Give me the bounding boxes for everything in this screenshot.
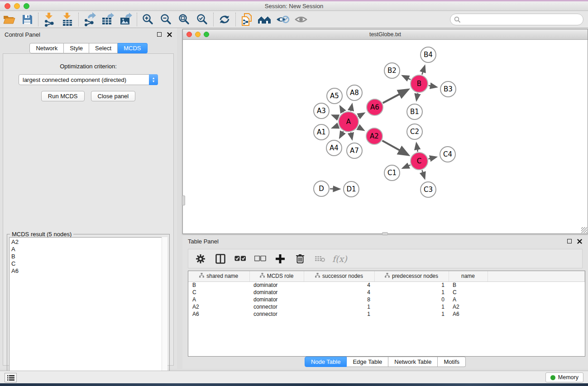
graph-node-B3[interactable]: B3 — [440, 81, 456, 97]
hide-selected-eye-icon[interactable] — [274, 12, 292, 27]
zoom-selected-icon[interactable] — [193, 12, 211, 27]
graph-node-A4[interactable]: A4 — [326, 140, 342, 156]
table-row[interactable]: A2connector11A2 — [188, 303, 585, 310]
table-row[interactable]: Cdominator41C — [188, 289, 585, 296]
graph-node-C1[interactable]: C1 — [384, 165, 400, 181]
export-image-icon[interactable] — [117, 12, 135, 27]
graph-node-A8[interactable]: A8 — [346, 85, 363, 101]
tab-node-table[interactable]: Node Table — [305, 357, 347, 367]
tab-select[interactable]: Select — [89, 43, 118, 53]
column-header-name[interactable]: name — [449, 271, 488, 281]
graph-edge-B-B1[interactable] — [416, 93, 418, 100]
tab-edge-table[interactable]: Edge Table — [347, 357, 388, 367]
graph-node-A5[interactable]: A5 — [326, 88, 343, 104]
task-history-button[interactable] — [5, 373, 17, 382]
tab-style[interactable]: Style — [64, 43, 89, 53]
create-column-plus-icon[interactable] — [272, 251, 288, 267]
graph-node-A7[interactable]: A7 — [346, 143, 363, 159]
graph-node-A1[interactable]: A1 — [313, 124, 330, 140]
graph-edge-A-A4[interactable] — [340, 131, 344, 138]
result-item[interactable]: A — [11, 246, 167, 253]
tab-network-table[interactable]: Network Table — [388, 357, 438, 367]
graph-edge-A-A1[interactable] — [332, 126, 338, 128]
float-panel-icon[interactable] — [156, 31, 163, 38]
panel-grab-handle-bottom[interactable] — [382, 232, 388, 235]
graph-edge-C-C1[interactable] — [403, 165, 411, 168]
graph-node-A6[interactable]: A6 — [366, 99, 383, 116]
graph-node-C3[interactable]: C3 — [420, 181, 436, 198]
export-network-icon[interactable] — [81, 12, 99, 27]
table-row[interactable]: Adominator80A — [188, 296, 585, 303]
table-settings-gear-icon[interactable] — [193, 251, 208, 267]
network-canvas[interactable]: A5A8A3A1A4A7B2B4B3B1C2C4C1C3DD1A6A2BCA — [183, 40, 588, 234]
import-table-icon[interactable] — [58, 12, 76, 27]
optimization-criterion-dropdown[interactable]: largest connected component (directed) ▲… — [19, 74, 158, 85]
graph-node-B2[interactable]: B2 — [384, 62, 400, 79]
graph-edge-A2-C[interactable] — [382, 141, 408, 155]
graph-edge-A-A5[interactable] — [340, 106, 343, 112]
graph-edge-B-B4[interactable] — [422, 66, 425, 75]
graph-node-A2[interactable]: A2 — [366, 128, 383, 145]
graph-edge-A-A6[interactable] — [358, 113, 364, 116]
duplicate-network-icon[interactable] — [238, 12, 256, 27]
panel-grab-handle-left[interactable] — [182, 195, 185, 205]
close-panel-icon[interactable] — [166, 31, 172, 38]
zoom-out-icon[interactable] — [157, 12, 175, 27]
graph-node-D1[interactable]: D1 — [343, 181, 359, 197]
graph-edge-C-C3[interactable] — [422, 170, 425, 178]
graph-edge-C-C2[interactable] — [416, 143, 418, 152]
graph-node-A[interactable]: A — [338, 111, 359, 132]
graph-edge-C-C4[interactable] — [428, 157, 436, 159]
column-header-predecessor-nodes[interactable]: predecessor nodes — [374, 271, 449, 281]
run-mcds-button[interactable]: Run MCDS — [41, 91, 85, 101]
show-column-icon[interactable] — [213, 251, 228, 267]
first-neighbors-icon[interactable] — [215, 12, 234, 27]
result-item[interactable]: A6 — [11, 267, 167, 275]
graph-node-C2[interactable]: C2 — [406, 124, 423, 140]
window-resize-grip[interactable] — [581, 227, 587, 233]
network-window-titlebar[interactable]: testGlobe.txt — [183, 29, 588, 40]
float-table-panel-icon[interactable] — [566, 238, 573, 244]
column-header-successor-nodes[interactable]: successor nodes — [304, 271, 374, 281]
graph-edge-A-A2[interactable] — [358, 127, 364, 130]
column-header-shared-name[interactable]: shared name — [188, 271, 249, 281]
close-panel-button[interactable]: Close panel — [91, 91, 136, 101]
graph-node-C4[interactable]: C4 — [440, 146, 456, 162]
show-all-eye-icon[interactable] — [292, 12, 310, 27]
open-file-icon[interactable] — [0, 12, 18, 27]
search-box[interactable] — [450, 14, 583, 25]
graph-node-D[interactable]: D — [313, 181, 330, 197]
tab-motifs[interactable]: Motifs — [438, 357, 466, 367]
result-item[interactable]: C — [11, 260, 167, 267]
export-table-icon[interactable] — [99, 12, 117, 27]
graph-edge-A-A3[interactable] — [332, 115, 339, 118]
table-row[interactable]: Bdominator41B — [188, 281, 585, 289]
graph-node-B4[interactable]: B4 — [420, 47, 436, 63]
delete-column-trash-icon[interactable] — [292, 251, 308, 267]
search-input[interactable] — [464, 15, 583, 24]
table-row[interactable]: A6connector11A6 — [188, 310, 585, 318]
result-list-scrollbar[interactable] — [162, 237, 167, 385]
zoom-fit-icon[interactable] — [175, 12, 193, 27]
graph-edge-A6-B[interactable] — [383, 90, 408, 103]
graph-edge-A-A8[interactable] — [351, 104, 352, 111]
import-network-icon[interactable] — [40, 12, 58, 27]
graph-node-C[interactable]: C — [410, 152, 428, 170]
tab-network[interactable]: Network — [29, 43, 64, 53]
result-item[interactable]: A2 — [11, 238, 167, 246]
graph-node-B[interactable]: B — [410, 75, 428, 93]
graph-node-A3[interactable]: A3 — [313, 103, 330, 119]
save-session-icon[interactable] — [18, 12, 36, 27]
tab-mcds[interactable]: MCDS — [118, 43, 147, 53]
graph-node-B1[interactable]: B1 — [406, 104, 423, 120]
graph-edge-A-A7[interactable] — [351, 133, 352, 139]
graph-edge-B-B3[interactable] — [429, 86, 437, 87]
zoom-in-icon[interactable] — [139, 12, 157, 27]
unselect-all-columns-icon[interactable] — [253, 251, 268, 267]
close-table-panel-icon[interactable] — [576, 238, 583, 244]
network-overview-icon[interactable] — [256, 12, 274, 27]
result-item[interactable]: B — [11, 253, 167, 260]
mcds-result-list[interactable]: A2ABCA6 — [9, 237, 167, 385]
select-all-columns-icon[interactable] — [233, 251, 248, 267]
column-header-MCDS-role[interactable]: MCDS role — [249, 271, 304, 281]
